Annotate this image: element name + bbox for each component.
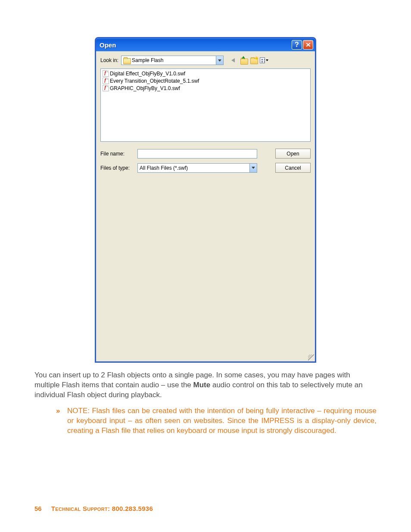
list-item[interactable]: Every Transition_ObjectRotate_5.1.swf — [103, 77, 308, 84]
up-one-level-button[interactable] — [239, 56, 248, 65]
lookin-value: Sample Flash — [132, 57, 216, 63]
arrow-left-icon — [231, 58, 235, 62]
swf-file-icon — [103, 85, 109, 91]
filetype-label: Files of type: — [100, 165, 134, 171]
help-button[interactable]: ? — [292, 40, 302, 50]
back-button[interactable] — [229, 56, 237, 65]
mute-keyword: Mute — [193, 381, 211, 389]
page-number: 56 — [34, 505, 42, 512]
tech-support-label: Technical Support: — [51, 505, 112, 512]
new-folder-button[interactable]: ✳ — [249, 56, 258, 65]
note-text: NOTE: Flash files can be created with th… — [67, 406, 377, 436]
chevron-down-icon[interactable] — [249, 164, 257, 172]
list-item[interactable]: GRAPHIC_ObjFlyBy_V1.0.swf — [103, 84, 308, 92]
tech-support-phone: 800.283.5936 — [112, 505, 153, 512]
dialog-title: Open — [100, 41, 116, 49]
resize-grip-icon[interactable] — [308, 355, 314, 361]
close-icon: ✕ — [305, 41, 311, 48]
view-menu-button[interactable] — [260, 56, 268, 65]
body-paragraph: You can insert up to 2 Flash objects ont… — [34, 370, 377, 400]
documentation-page: Open ? ✕ Look in: Sample Flash — [0, 0, 411, 532]
list-item[interactable]: Digital Effect_ObjFlyBy_V1.0.swf — [103, 70, 308, 77]
filename-input[interactable] — [137, 149, 257, 159]
filename-label: File name: — [100, 151, 134, 157]
page-footer: 56 Technical Support: 800.283.5936 — [34, 505, 153, 512]
note-block: » NOTE: Flash files can be created with … — [56, 406, 377, 436]
question-icon: ? — [295, 41, 299, 49]
filetype-dropdown[interactable]: All Flash Files (*.swf) — [137, 163, 257, 173]
new-folder-icon: ✳ — [249, 56, 258, 64]
close-button[interactable]: ✕ — [303, 40, 313, 50]
filetype-value: All Flash Files (*.swf) — [140, 165, 249, 171]
file-toolbar: ✳ — [229, 56, 268, 65]
chevron-down-icon[interactable] — [216, 56, 223, 65]
lookin-label: Look in: — [100, 57, 118, 63]
folder-open-icon — [123, 57, 130, 63]
swf-file-icon — [103, 70, 109, 77]
open-dialog: Open ? ✕ Look in: Sample Flash — [95, 37, 316, 363]
chevron-down-icon — [266, 59, 268, 61]
note-marker-icon: » — [56, 406, 67, 436]
lookin-row: Look in: Sample Flash — [100, 56, 311, 65]
dialog-body: Look in: Sample Flash — [96, 51, 315, 361]
views-icon — [260, 57, 265, 63]
titlebar: Open ? ✕ — [96, 38, 315, 51]
file-list[interactable]: Digital Effect_ObjFlyBy_V1.0.swf Every T… — [100, 68, 311, 142]
open-button[interactable]: Open — [275, 149, 311, 159]
cancel-button[interactable]: Cancel — [275, 163, 311, 173]
filename-row: File name: Open — [100, 149, 311, 159]
lookin-dropdown[interactable]: Sample Flash — [121, 56, 224, 65]
up-folder-icon — [240, 57, 247, 64]
filetype-row: Files of type: All Flash Files (*.swf) C… — [100, 163, 311, 173]
open-dialog-screenshot: Open ? ✕ Look in: Sample Flash — [95, 37, 316, 363]
swf-file-icon — [103, 78, 109, 84]
